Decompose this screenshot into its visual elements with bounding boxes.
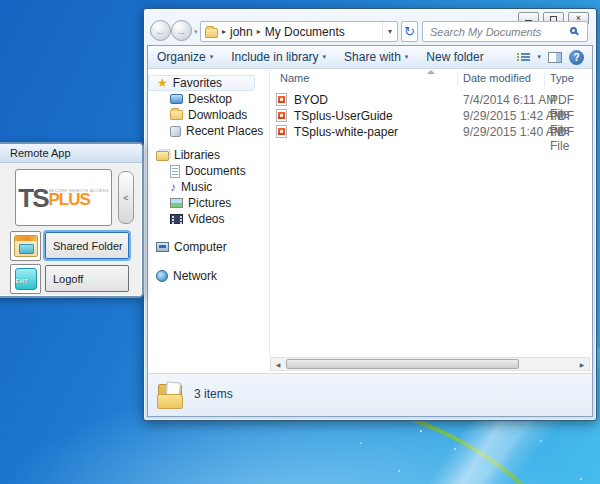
file-row-tsplus-userguide[interactable]: TSplus-UserGuide 9/29/2015 1:42 AM PDF F…: [270, 108, 582, 124]
remote-app-window: Remote App TS SECURE REMOTE ACCESS PLUS …: [0, 142, 144, 298]
views-dropdown-chevron-icon[interactable]: ▾: [537, 53, 541, 61]
new-folder-button[interactable]: New folder: [417, 46, 492, 68]
file-date: 7/4/2014 6:11 AM: [463, 93, 556, 107]
shared-folder-icon-button[interactable]: [10, 231, 41, 261]
network-globe-icon: [156, 270, 168, 282]
pdf-file-icon: [276, 93, 287, 106]
file-list-pane: Name Date modified Type BYOD 7/4/2014 6:…: [270, 70, 592, 373]
column-header-type[interactable]: Type: [550, 72, 574, 84]
share-label: Share with: [344, 50, 401, 64]
navigation-pane: ★ Favorites Desktop Downloads Recent Pla…: [148, 70, 269, 373]
exit-icon-label: EXIT: [16, 278, 28, 284]
exit-icon: EXIT: [15, 268, 37, 290]
sidebar-item-recent-places[interactable]: Recent Places: [148, 123, 269, 139]
file-row-tsplus-white-paper[interactable]: TSplus-white-paper 9/29/2015 1:40 AM PDF…: [270, 124, 582, 140]
item-count-label: 3 items: [194, 387, 233, 401]
remote-app-titlebar[interactable]: Remote App: [0, 144, 142, 163]
preview-pane-icon[interactable]: [548, 52, 562, 63]
sidebar-item-label: Pictures: [188, 196, 231, 210]
tsplus-logo: TS SECURE REMOTE ACCESS PLUS: [15, 169, 112, 226]
computer-icon: [156, 242, 169, 252]
sidebar-item-label: Network: [173, 269, 217, 283]
pdf-file-icon: [276, 109, 287, 122]
explorer-content-frame: Organize ▾ Include in library ▾ Share wi…: [147, 45, 593, 417]
command-toolbar: Organize ▾ Include in library ▾ Share wi…: [148, 46, 592, 69]
sidebar-item-documents[interactable]: Documents: [148, 163, 269, 179]
sidebar-item-desktop[interactable]: Desktop: [148, 91, 269, 107]
breadcrumb-arrow-icon: ▸: [222, 27, 226, 36]
sidebar-item-network[interactable]: Network: [148, 268, 269, 284]
search-input[interactable]: Search My Documents: [422, 21, 588, 42]
logoff-button[interactable]: Logoff: [45, 265, 129, 292]
chevron-down-icon: ▾: [405, 53, 409, 61]
remote-app-body: TS SECURE REMOTE ACCESS PLUS < Shared Fo…: [0, 163, 142, 297]
sidebar-item-computer[interactable]: Computer: [148, 239, 269, 255]
folder-icon: [205, 28, 218, 38]
include-in-library-menu[interactable]: Include in library ▾: [222, 46, 335, 68]
pdf-file-icon: [276, 125, 287, 138]
forward-icon: →: [176, 25, 187, 37]
sidebar-item-label: Desktop: [188, 92, 232, 106]
folder-front: [157, 394, 183, 409]
recent-places-icon: [170, 126, 181, 137]
address-dropdown-icon[interactable]: ▾: [382, 22, 397, 41]
sidebar-item-favorites[interactable]: ★ Favorites: [148, 75, 255, 91]
scroll-right-icon[interactable]: ▶: [575, 358, 589, 370]
breadcrumb-item-john[interactable]: john: [230, 25, 253, 39]
explorer-window: × ← → ▾ ▸ john ▸ My Documents ▾ ↻ Search…: [143, 8, 597, 421]
shared-folder-icon: [14, 235, 38, 257]
change-view-icon[interactable]: [517, 52, 530, 62]
column-header-name[interactable]: Name: [280, 72, 309, 84]
search-icon[interactable]: [570, 27, 577, 34]
file-name: TSplus-UserGuide: [294, 109, 393, 123]
sidebar-item-label: Libraries: [174, 148, 220, 162]
organize-menu[interactable]: Organize ▾: [148, 46, 222, 68]
new-folder-label: New folder: [426, 50, 483, 64]
address-bar[interactable]: ▸ john ▸ My Documents ▾: [200, 21, 398, 42]
chevron-down-icon: ▾: [210, 53, 214, 61]
refresh-button[interactable]: ↻: [401, 21, 418, 42]
sidebar-item-libraries[interactable]: Libraries: [148, 147, 269, 163]
back-icon: ←: [155, 25, 166, 37]
recent-pages-chevron-icon[interactable]: ▾: [194, 28, 198, 36]
column-header-date-modified[interactable]: Date modified: [463, 72, 531, 84]
sidebar-item-label: Recent Places: [186, 124, 263, 138]
sidebar-item-label: Videos: [188, 212, 224, 226]
wallpaper-sparkles: [420, 430, 422, 432]
sidebar-item-label: Music: [181, 180, 212, 194]
file-type: PDF File: [550, 125, 582, 153]
scrollbar-thumb[interactable]: [286, 359, 519, 369]
sidebar-item-videos[interactable]: Videos: [148, 211, 269, 227]
share-with-menu[interactable]: Share with ▾: [335, 46, 417, 68]
sidebar-item-downloads[interactable]: Downloads: [148, 107, 269, 123]
horizontal-scrollbar[interactable]: ◀ ▶: [270, 357, 590, 371]
logoff-icon-button[interactable]: EXIT: [10, 264, 41, 294]
film-icon: [170, 214, 183, 224]
file-date: 9/29/2015 1:42 AM: [463, 109, 564, 123]
sidebar-item-pictures[interactable]: Pictures: [148, 195, 269, 211]
sidebar-item-music[interactable]: ♪ Music: [148, 179, 269, 195]
sidebar-item-label: Documents: [185, 164, 246, 178]
chevron-down-icon: ▾: [323, 53, 327, 61]
monitor-icon: [170, 94, 183, 104]
column-divider[interactable]: [544, 71, 545, 86]
navigation-bar: ← → ▾ ▸ john ▸ My Documents ▾ ↻ Search M…: [144, 20, 596, 44]
help-icon[interactable]: ?: [569, 50, 584, 65]
back-button[interactable]: ←: [150, 20, 171, 41]
document-icon: [170, 165, 180, 178]
forward-button[interactable]: →: [171, 20, 192, 41]
sort-ascending-icon: [427, 70, 435, 74]
refresh-icon: ↻: [404, 24, 415, 39]
file-row-byod[interactable]: BYOD 7/4/2014 6:11 AM PDF File: [270, 92, 582, 108]
details-pane: 3 items: [148, 373, 592, 416]
collapse-panel-button[interactable]: <: [118, 171, 134, 224]
search-placeholder: Search My Documents: [423, 26, 541, 38]
breadcrumb-item-my-documents[interactable]: My Documents: [265, 25, 345, 39]
shared-folder-button[interactable]: Shared Folder: [45, 232, 129, 259]
column-divider[interactable]: [457, 71, 458, 86]
scroll-left-icon[interactable]: ◀: [271, 358, 285, 370]
music-note-icon: ♪: [170, 181, 176, 193]
tsplus-logo-ts: TS: [18, 187, 47, 209]
tsplus-logo-plus: PLUS: [49, 193, 109, 207]
remote-app-title: Remote App: [10, 147, 71, 159]
